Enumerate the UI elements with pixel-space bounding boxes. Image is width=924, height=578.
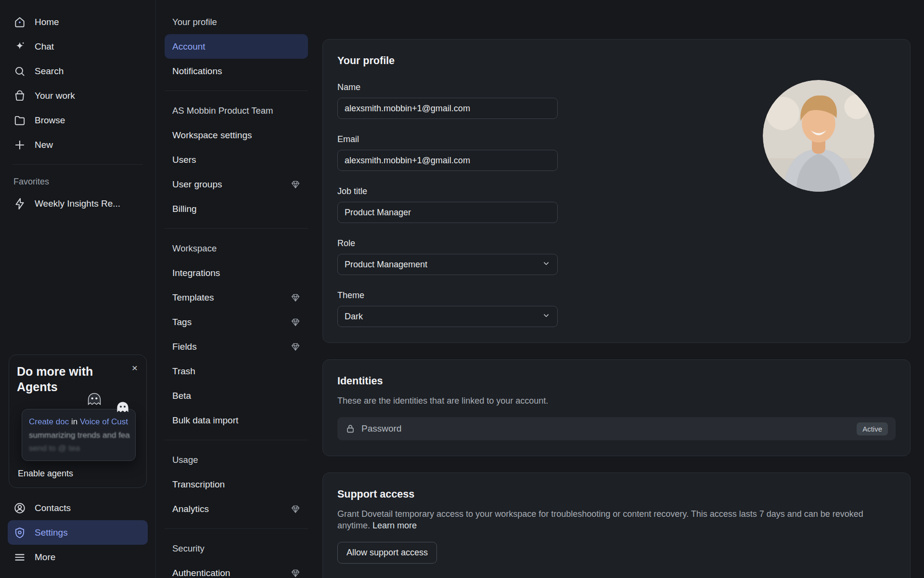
settings-nav-divider bbox=[165, 228, 308, 229]
theme-select-value: Dark bbox=[345, 312, 363, 322]
settings-nav-item-label: Account bbox=[172, 41, 205, 52]
settings-nav-item-label: Bulk data import bbox=[172, 415, 238, 426]
settings-nav-item-billing[interactable]: Billing bbox=[165, 197, 308, 221]
name-input[interactable] bbox=[337, 98, 558, 119]
support-access-card: Support access Grant Dovetail temporary … bbox=[322, 473, 911, 578]
doc-preview-link: Create doc bbox=[29, 417, 69, 426]
allow-support-access-button[interactable]: Allow support access bbox=[337, 542, 437, 564]
sidebar-item-more[interactable]: More bbox=[8, 545, 148, 569]
gem-icon bbox=[291, 293, 300, 302]
sidebar-item-settings[interactable]: Settings bbox=[8, 520, 148, 545]
sidebar-item-search[interactable]: Search bbox=[8, 59, 148, 83]
support-access-title: Support access bbox=[337, 488, 896, 500]
role-select[interactable]: Product Management bbox=[337, 254, 558, 275]
settings-nav-item-tags[interactable]: Tags bbox=[165, 310, 308, 334]
sidebar-item-label: Chat bbox=[35, 41, 54, 52]
app-window: Home Chat Search bbox=[0, 0, 924, 578]
doc-preview-text: in bbox=[71, 417, 77, 426]
learn-more-link[interactable]: Learn more bbox=[372, 521, 417, 530]
settings-nav-item-trash[interactable]: Trash bbox=[165, 359, 308, 383]
sidebar-item-chat[interactable]: Chat bbox=[8, 34, 148, 59]
settings-nav-header-team: AS Mobbin Product Team bbox=[165, 98, 308, 123]
settings-nav-divider bbox=[165, 91, 308, 91]
settings-nav-item-label: Fields bbox=[172, 342, 197, 352]
settings-nav-item-integrations[interactable]: Integrations bbox=[165, 261, 308, 285]
settings-nav-item-label: Authentication bbox=[172, 568, 230, 578]
agents-promo-title: Do more with Agents bbox=[17, 364, 113, 394]
role-field-group: Role Product Management bbox=[337, 237, 896, 275]
sidebar-item-label: New bbox=[35, 140, 53, 150]
identities-card-title: Identities bbox=[337, 375, 896, 387]
settings-nav-item-notifications[interactable]: Notifications bbox=[165, 59, 308, 83]
chevron-down-icon bbox=[542, 259, 551, 270]
close-icon[interactable]: × bbox=[132, 363, 138, 373]
settings-nav-item-templates[interactable]: Templates bbox=[165, 285, 308, 310]
search-icon bbox=[13, 65, 26, 78]
sidebar-item-label: Your work bbox=[35, 91, 75, 101]
plus-icon bbox=[13, 139, 26, 151]
ghost-agent-icon bbox=[87, 393, 102, 407]
avatar[interactable] bbox=[763, 80, 874, 192]
doc-preview-link: Voice of Cust bbox=[80, 417, 128, 426]
sidebar-item-label: Home bbox=[35, 17, 59, 27]
gem-icon bbox=[291, 568, 300, 578]
email-input[interactable] bbox=[337, 150, 558, 171]
settings-nav-item-bulk-data-import[interactable]: Bulk data import bbox=[165, 408, 308, 433]
sidebar-item-home[interactable]: Home bbox=[8, 10, 148, 34]
settings-nav-item-label: Notifications bbox=[172, 66, 222, 77]
settings-nav-item-workspace-settings[interactable]: Workspace settings bbox=[165, 123, 308, 147]
favorites-label: Favorites bbox=[8, 172, 148, 191]
gem-icon bbox=[291, 180, 300, 189]
doc-preview-line: Create doc in Voice of Cust bbox=[29, 415, 128, 428]
your-work-icon bbox=[13, 90, 26, 102]
doc-preview-line: send to @ tea bbox=[29, 442, 128, 455]
chevron-down-icon bbox=[542, 311, 551, 322]
settings-nav-item-label: Integrations bbox=[172, 268, 220, 278]
main-content: Your profile Name Email Job title Role P… bbox=[317, 0, 924, 578]
profile-card: Your profile Name Email Job title Role P… bbox=[322, 39, 911, 343]
gem-icon bbox=[291, 504, 300, 514]
doc-preview-line: summarizing trends and fea bbox=[29, 429, 128, 442]
job-title-input[interactable] bbox=[337, 202, 558, 223]
sidebar-item-label: Search bbox=[35, 66, 64, 77]
settings-nav-header-profile: Your profile bbox=[165, 10, 308, 34]
settings-nav-item-label: User groups bbox=[172, 179, 222, 190]
settings-nav-item-authentication[interactable]: Authentication bbox=[165, 561, 308, 578]
sidebar-item-new[interactable]: New bbox=[8, 132, 148, 157]
favorite-item-label: Weekly Insights Re... bbox=[35, 198, 120, 209]
contacts-icon bbox=[13, 502, 26, 514]
sidebar-item-contacts[interactable]: Contacts bbox=[8, 496, 148, 520]
settings-nav-item-beta[interactable]: Beta bbox=[165, 383, 308, 408]
gem-icon bbox=[291, 342, 300, 352]
settings-nav-item-account[interactable]: Account bbox=[165, 34, 308, 59]
profile-card-title: Your profile bbox=[337, 55, 896, 67]
settings-nav-item-analytics[interactable]: Analytics bbox=[165, 497, 308, 521]
zap-icon bbox=[13, 197, 26, 210]
enable-agents-link[interactable]: Enable agents bbox=[18, 469, 139, 479]
theme-field-group: Theme Dark bbox=[337, 289, 896, 327]
settings-nav-item-user-groups[interactable]: User groups bbox=[165, 172, 308, 197]
sidebar-item-label: Browse bbox=[35, 115, 65, 126]
settings-nav-item-label: Trash bbox=[172, 366, 195, 377]
settings-nav-item-fields[interactable]: Fields bbox=[165, 334, 308, 359]
settings-nav-item-label: Users bbox=[172, 155, 196, 165]
folder-icon bbox=[13, 114, 26, 127]
settings-nav-header-usage: Usage bbox=[165, 447, 308, 472]
settings-nav-item-label: Billing bbox=[172, 204, 197, 214]
menu-icon bbox=[13, 551, 26, 564]
favorite-item-weekly-insights[interactable]: Weekly Insights Re... bbox=[8, 191, 148, 216]
shield-icon bbox=[13, 526, 26, 539]
sparkle-icon bbox=[13, 40, 26, 53]
settings-nav-item-users[interactable]: Users bbox=[165, 147, 308, 172]
settings-nav-item-label: Workspace settings bbox=[172, 130, 252, 141]
sidebar-item-browse[interactable]: Browse bbox=[8, 108, 148, 132]
identity-row-password[interactable]: Password Active bbox=[337, 417, 896, 440]
sidebar-item-your-work[interactable]: Your work bbox=[8, 83, 148, 108]
status-badge: Active bbox=[857, 422, 888, 435]
settings-nav-item-label: Tags bbox=[172, 317, 192, 328]
theme-select[interactable]: Dark bbox=[337, 306, 558, 327]
lock-icon bbox=[345, 423, 356, 434]
settings-nav-item-transcription[interactable]: Transcription bbox=[165, 472, 308, 497]
identity-label: Password bbox=[361, 423, 401, 434]
primary-sidebar: Home Chat Search bbox=[0, 0, 156, 578]
